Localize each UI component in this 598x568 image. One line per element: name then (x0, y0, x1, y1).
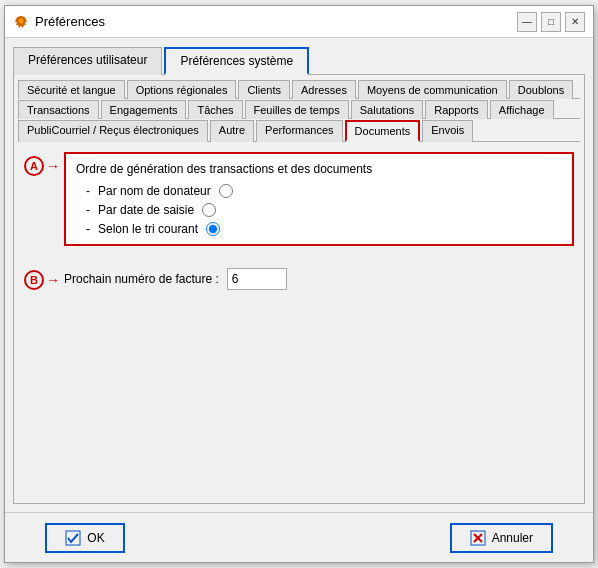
tab-taches[interactable]: Tâches (188, 100, 242, 119)
window-title: Préférences (35, 14, 517, 29)
tab-affichage[interactable]: Affichage (490, 100, 554, 119)
tab-documents[interactable]: Documents (345, 120, 421, 142)
main-window: Préférences — □ ✕ Préférences utilisateu… (4, 5, 594, 563)
section-a-row: A → Ordre de génération des transactions… (24, 152, 574, 258)
tab-performances[interactable]: Performances (256, 120, 342, 142)
radio-group: - Par nom de donateur - Par date de sais… (76, 184, 562, 236)
ok-label: OK (87, 531, 104, 545)
tab-autre[interactable]: Autre (210, 120, 254, 142)
radio-label-tri: Selon le tri courant (98, 222, 198, 236)
close-button[interactable]: ✕ (565, 12, 585, 32)
section-a-title: Ordre de génération des transactions et … (76, 162, 562, 176)
tab-clients[interactable]: Clients (238, 80, 290, 99)
sub-tab-section: Sécurité et langue Options régionales Cl… (14, 75, 584, 142)
maximize-button[interactable]: □ (541, 12, 561, 32)
section-b-row: B → Prochain numéro de facture : (24, 268, 574, 290)
radio-label-date: Par date de saisie (98, 203, 194, 217)
tab-publi[interactable]: PubliCourriel / Reçus électroniques (18, 120, 208, 142)
main-content-area: A → Ordre de génération des transactions… (14, 142, 584, 503)
annotation-b: B → (24, 268, 60, 290)
annotation-b-circle: B (24, 270, 44, 290)
radio-nom[interactable] (219, 184, 233, 198)
tab-doublons[interactable]: Doublons (509, 80, 573, 99)
sub-tab-row-1: Sécurité et langue Options régionales Cl… (18, 79, 580, 99)
tab-moyens[interactable]: Moyens de communication (358, 80, 507, 99)
radio-date[interactable] (202, 203, 216, 217)
tab-envois[interactable]: Envois (422, 120, 473, 142)
tab-engagements[interactable]: Engagements (101, 100, 187, 119)
tab-security[interactable]: Sécurité et langue (18, 80, 125, 99)
minimize-button[interactable]: — (517, 12, 537, 32)
svg-point-0 (19, 18, 24, 23)
annotation-a-circle: A (24, 156, 44, 176)
tab-salutations[interactable]: Salutations (351, 100, 423, 119)
sub-tab-row-3: PubliCourriel / Reçus électroniques Autr… (18, 119, 580, 142)
ok-icon (65, 530, 81, 546)
cancel-icon (470, 530, 486, 546)
tab-addresses[interactable]: Adresses (292, 80, 356, 99)
radio-item-tri: - Selon le tri courant (86, 222, 562, 236)
arrow-b: → (46, 272, 60, 288)
facture-label: Prochain numéro de facture : (64, 272, 219, 286)
radio-item-date: - Par date de saisie (86, 203, 562, 217)
tab-regional[interactable]: Options régionales (127, 80, 237, 99)
radio-item-nom: - Par nom de donateur (86, 184, 562, 198)
top-tab-bar: Préférences utilisateur Préférences syst… (13, 46, 585, 75)
title-bar: Préférences — □ ✕ (5, 6, 593, 38)
facture-input[interactable] (227, 268, 287, 290)
window-controls: — □ ✕ (517, 12, 585, 32)
cancel-button[interactable]: Annuler (450, 523, 553, 553)
radio-label-nom: Par nom de donateur (98, 184, 211, 198)
section-b-field: Prochain numéro de facture : (64, 268, 287, 290)
window-body: Préférences utilisateur Préférences syst… (5, 38, 593, 512)
tab-transactions[interactable]: Transactions (18, 100, 99, 119)
app-icon (13, 14, 29, 30)
tab-feuilles[interactable]: Feuilles de temps (245, 100, 349, 119)
radio-tri[interactable] (206, 222, 220, 236)
arrow-a: → (46, 158, 60, 174)
sub-tab-row-2: Transactions Engagements Tâches Feuilles… (18, 99, 580, 119)
section-a-box: Ordre de génération des transactions et … (64, 152, 574, 246)
annotation-a: A → (24, 152, 60, 176)
cancel-label: Annuler (492, 531, 533, 545)
tab-content-panel: Sécurité et langue Options régionales Cl… (13, 75, 585, 504)
tab-system-prefs[interactable]: Préférences système (164, 47, 309, 75)
tab-rapports[interactable]: Rapports (425, 100, 488, 119)
footer: OK Annuler (5, 512, 593, 562)
ok-button[interactable]: OK (45, 523, 125, 553)
tab-user-prefs[interactable]: Préférences utilisateur (13, 47, 162, 75)
